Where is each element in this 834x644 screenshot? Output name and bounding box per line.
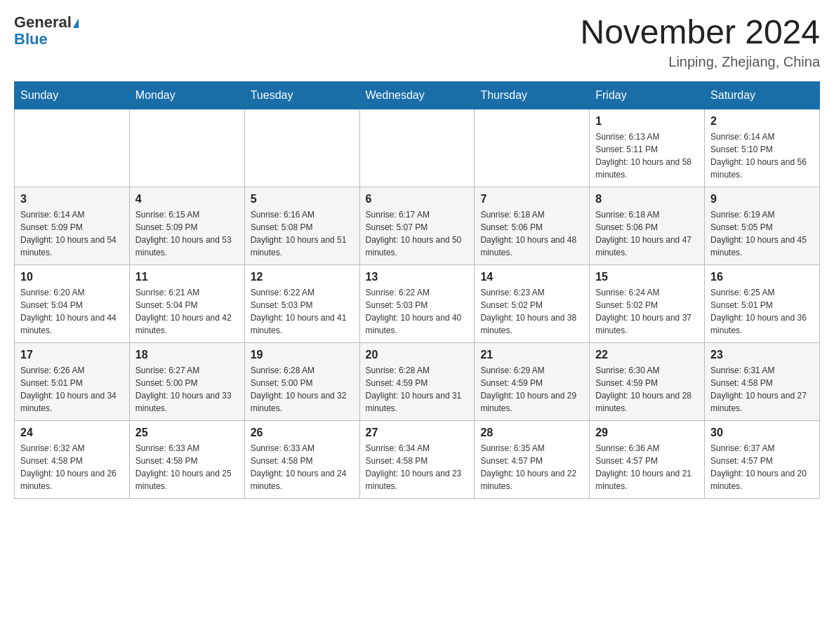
day-info: Sunrise: 6:35 AMSunset: 4:57 PMDaylight:… — [480, 442, 583, 492]
month-title: November 2024 — [580, 14, 820, 51]
calendar-week-row: 17Sunrise: 6:26 AMSunset: 5:01 PMDayligh… — [15, 342, 820, 420]
day-info: Sunrise: 6:24 AMSunset: 5:02 PMDaylight:… — [595, 286, 699, 337]
calendar-cell — [475, 109, 590, 187]
day-number: 27 — [366, 427, 469, 439]
day-info: Sunrise: 6:22 AMSunset: 5:03 PMDaylight:… — [366, 286, 469, 337]
day-number: 1 — [595, 115, 699, 128]
calendar-cell: 17Sunrise: 6:26 AMSunset: 5:01 PMDayligh… — [15, 342, 130, 420]
calendar-cell: 2Sunrise: 6:14 AMSunset: 5:10 PMDaylight… — [705, 109, 820, 187]
day-info: Sunrise: 6:19 AMSunset: 5:05 PMDaylight:… — [710, 208, 814, 259]
day-info: Sunrise: 6:15 AMSunset: 5:09 PMDaylight:… — [135, 208, 239, 259]
day-number: 4 — [135, 193, 239, 206]
calendar-cell — [129, 109, 244, 187]
calendar-week-row: 3Sunrise: 6:14 AMSunset: 5:09 PMDaylight… — [15, 187, 820, 264]
day-number: 3 — [20, 193, 124, 206]
day-number: 26 — [251, 427, 354, 439]
day-info: Sunrise: 6:25 AMSunset: 5:01 PMDaylight:… — [710, 286, 814, 337]
day-info: Sunrise: 6:18 AMSunset: 5:06 PMDaylight:… — [480, 208, 583, 259]
day-number: 10 — [20, 271, 124, 283]
calendar-cell: 20Sunrise: 6:28 AMSunset: 4:59 PMDayligh… — [359, 342, 475, 420]
weekday-header-saturday: Saturday — [705, 81, 820, 109]
day-number: 28 — [480, 427, 583, 439]
day-number: 20 — [366, 349, 469, 361]
calendar-week-row: 24Sunrise: 6:32 AMSunset: 4:58 PMDayligh… — [15, 420, 820, 498]
calendar-cell: 15Sunrise: 6:24 AMSunset: 5:02 PMDayligh… — [590, 264, 705, 342]
day-number: 8 — [595, 193, 699, 206]
calendar-cell — [244, 109, 359, 187]
calendar-cell: 26Sunrise: 6:33 AMSunset: 4:58 PMDayligh… — [244, 420, 359, 498]
day-info: Sunrise: 6:36 AMSunset: 4:57 PMDaylight:… — [595, 442, 699, 492]
day-number: 19 — [251, 349, 354, 361]
logo-blue-text: Blue — [14, 31, 79, 48]
day-info: Sunrise: 6:14 AMSunset: 5:10 PMDaylight:… — [710, 130, 814, 181]
day-info: Sunrise: 6:27 AMSunset: 5:00 PMDaylight:… — [135, 364, 239, 415]
calendar-cell: 16Sunrise: 6:25 AMSunset: 5:01 PMDayligh… — [705, 264, 820, 342]
day-number: 5 — [251, 193, 354, 206]
weekday-header-sunday: Sunday — [15, 81, 130, 109]
calendar-cell: 21Sunrise: 6:29 AMSunset: 4:59 PMDayligh… — [475, 342, 590, 420]
calendar-cell: 24Sunrise: 6:32 AMSunset: 4:58 PMDayligh… — [15, 420, 130, 498]
calendar-cell — [15, 109, 130, 187]
weekday-header-thursday: Thursday — [475, 81, 590, 109]
day-number: 11 — [135, 271, 239, 283]
day-info: Sunrise: 6:28 AMSunset: 4:59 PMDaylight:… — [366, 364, 469, 415]
calendar-cell: 19Sunrise: 6:28 AMSunset: 5:00 PMDayligh… — [244, 342, 359, 420]
calendar-cell: 13Sunrise: 6:22 AMSunset: 5:03 PMDayligh… — [359, 264, 475, 342]
day-number: 29 — [595, 427, 699, 439]
calendar-cell: 7Sunrise: 6:18 AMSunset: 5:06 PMDaylight… — [475, 187, 590, 264]
day-info: Sunrise: 6:17 AMSunset: 5:07 PMDaylight:… — [366, 208, 469, 259]
day-number: 21 — [480, 349, 583, 361]
day-info: Sunrise: 6:16 AMSunset: 5:08 PMDaylight:… — [251, 208, 354, 259]
calendar-cell: 14Sunrise: 6:23 AMSunset: 5:02 PMDayligh… — [475, 264, 590, 342]
day-number: 7 — [480, 193, 583, 206]
calendar-cell: 10Sunrise: 6:20 AMSunset: 5:04 PMDayligh… — [15, 264, 130, 342]
day-number: 16 — [710, 271, 814, 283]
calendar-cell: 29Sunrise: 6:36 AMSunset: 4:57 PMDayligh… — [590, 420, 705, 498]
day-number: 2 — [710, 115, 814, 128]
day-info: Sunrise: 6:33 AMSunset: 4:58 PMDaylight:… — [135, 442, 239, 492]
calendar-cell: 5Sunrise: 6:16 AMSunset: 5:08 PMDaylight… — [244, 187, 359, 264]
page-header: General Blue November 2024 Linping, Zhej… — [14, 14, 820, 70]
day-info: Sunrise: 6:34 AMSunset: 4:58 PMDaylight:… — [366, 442, 469, 492]
day-number: 9 — [710, 193, 814, 206]
calendar-cell: 28Sunrise: 6:35 AMSunset: 4:57 PMDayligh… — [475, 420, 590, 498]
calendar-cell: 1Sunrise: 6:13 AMSunset: 5:11 PMDaylight… — [590, 109, 705, 187]
weekday-header-friday: Friday — [590, 81, 705, 109]
day-number: 12 — [251, 271, 354, 283]
calendar-cell: 9Sunrise: 6:19 AMSunset: 5:05 PMDaylight… — [705, 187, 820, 264]
calendar-cell — [359, 109, 475, 187]
day-number: 24 — [20, 427, 124, 439]
day-info: Sunrise: 6:18 AMSunset: 5:06 PMDaylight:… — [595, 208, 699, 259]
day-number: 25 — [135, 427, 239, 439]
day-number: 15 — [595, 271, 699, 283]
calendar-cell: 11Sunrise: 6:21 AMSunset: 5:04 PMDayligh… — [129, 264, 244, 342]
calendar-cell: 3Sunrise: 6:14 AMSunset: 5:09 PMDaylight… — [15, 187, 130, 264]
calendar-table: SundayMondayTuesdayWednesdayThursdayFrid… — [14, 81, 820, 499]
day-info: Sunrise: 6:20 AMSunset: 5:04 PMDaylight:… — [20, 286, 124, 337]
logo-triangle-icon — [73, 18, 79, 28]
day-info: Sunrise: 6:22 AMSunset: 5:03 PMDaylight:… — [251, 286, 354, 337]
calendar-cell: 25Sunrise: 6:33 AMSunset: 4:58 PMDayligh… — [129, 420, 244, 498]
day-info: Sunrise: 6:21 AMSunset: 5:04 PMDaylight:… — [135, 286, 239, 337]
calendar-cell: 30Sunrise: 6:37 AMSunset: 4:57 PMDayligh… — [705, 420, 820, 498]
calendar-cell: 22Sunrise: 6:30 AMSunset: 4:59 PMDayligh… — [590, 342, 705, 420]
day-number: 6 — [366, 193, 469, 206]
calendar-week-row: 10Sunrise: 6:20 AMSunset: 5:04 PMDayligh… — [15, 264, 820, 342]
calendar-cell: 23Sunrise: 6:31 AMSunset: 4:58 PMDayligh… — [705, 342, 820, 420]
day-info: Sunrise: 6:33 AMSunset: 4:58 PMDaylight:… — [251, 442, 354, 492]
logo: General Blue — [14, 14, 79, 48]
weekday-header-monday: Monday — [129, 81, 244, 109]
day-info: Sunrise: 6:37 AMSunset: 4:57 PMDaylight:… — [710, 442, 814, 492]
day-number: 18 — [135, 349, 239, 361]
weekday-header-wednesday: Wednesday — [359, 81, 475, 109]
calendar-cell: 4Sunrise: 6:15 AMSunset: 5:09 PMDaylight… — [129, 187, 244, 264]
day-number: 22 — [595, 349, 699, 361]
day-info: Sunrise: 6:14 AMSunset: 5:09 PMDaylight:… — [20, 208, 124, 259]
calendar-cell: 18Sunrise: 6:27 AMSunset: 5:00 PMDayligh… — [129, 342, 244, 420]
day-info: Sunrise: 6:30 AMSunset: 4:59 PMDaylight:… — [595, 364, 699, 415]
calendar-cell: 12Sunrise: 6:22 AMSunset: 5:03 PMDayligh… — [244, 264, 359, 342]
weekday-header-tuesday: Tuesday — [244, 81, 359, 109]
day-number: 13 — [366, 271, 469, 283]
calendar-week-row: 1Sunrise: 6:13 AMSunset: 5:11 PMDaylight… — [15, 109, 820, 187]
day-info: Sunrise: 6:23 AMSunset: 5:02 PMDaylight:… — [480, 286, 583, 337]
